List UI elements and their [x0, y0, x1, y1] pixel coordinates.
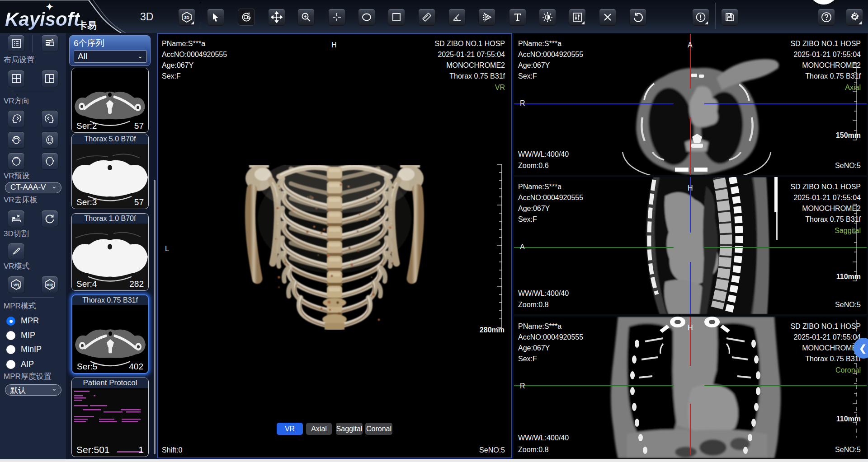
svg-text:3D: 3D	[184, 15, 189, 20]
svg-text:VR: VR	[13, 282, 19, 287]
